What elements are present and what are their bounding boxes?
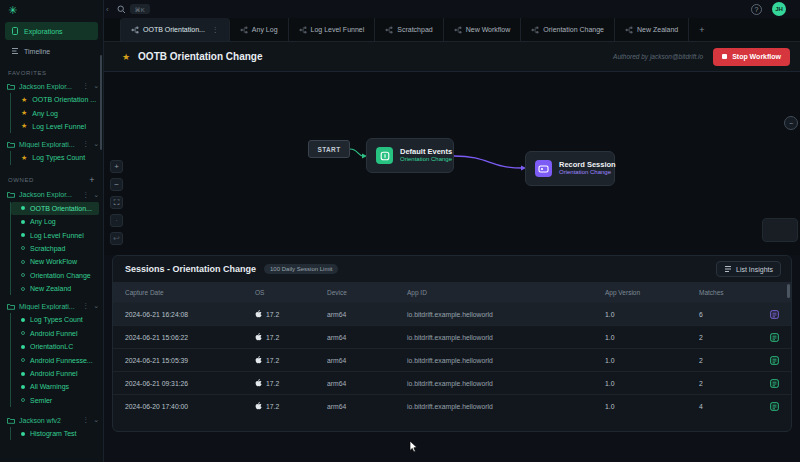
session-logs-icon[interactable] [770,310,779,319]
status-dot-icon [21,385,25,389]
undo-button[interactable]: ↩ [110,232,123,245]
fit-view-button[interactable]: ⛶ [110,196,123,209]
tab-log-level-funnel[interactable]: Log Level Funnel [289,18,376,41]
lock-button[interactable]: · [110,214,123,227]
chevron-down-icon[interactable]: ⌄ [93,416,99,424]
workflow-item[interactable]: Scratchpad [11,242,103,255]
canvas-minimap[interactable] [762,218,798,242]
col-os: OS [255,289,327,296]
session-logs-icon[interactable] [770,333,779,342]
tab-new-workflow[interactable]: New Workflow [444,18,522,41]
node-text: Record Session Orientation Change [559,160,616,178]
workflow-item[interactable]: Log Types Count [11,313,103,326]
workflow-item-label: Any Log [30,218,56,225]
feedback-chat-icon[interactable]: − [784,116,798,130]
list-insights-button[interactable]: List Insights [716,261,781,277]
folder-icon [7,141,15,148]
folder-menu-icon[interactable]: ⋮ [82,140,89,148]
global-search[interactable]: ⌘K [117,4,150,14]
owned-section-label: OWNED + [8,175,95,185]
sidebar-scrollbar[interactable] [100,55,102,150]
folder-miguel-favorites[interactable]: Miguel Explorati... ⋮ ⌄ [0,137,103,151]
apple-icon [255,333,262,341]
sidebar-item-explorations[interactable]: Explorations [5,22,98,40]
collapse-sidebar-icon[interactable]: ‹ [106,5,109,14]
folder-menu-icon[interactable]: ⋮ [82,416,89,424]
folder-name: Miguel Explorati... [19,141,78,148]
fav-item[interactable]: ★Any Log [11,106,103,119]
workflow-item-label: Scratchpad [30,245,65,252]
node-record-session[interactable]: Record Session Orientation Change [525,151,615,186]
node-default-events[interactable]: Default Events Orientation Change [366,138,454,173]
zoom-out-button[interactable]: − [110,178,123,191]
star-icon[interactable]: ★ [122,52,130,62]
cell-app-id: io.bitdrift.example.helloworld [407,334,605,341]
workflow-item[interactable]: Histogram Test [11,427,103,440]
workflow-item[interactable]: New Zealand [11,282,103,295]
tab-any-log[interactable]: Any Log [230,18,289,41]
session-logs-icon[interactable] [770,402,779,411]
folder-name: Jackson Explor... [19,191,78,198]
tab-new-zealand[interactable]: New Zealand [615,18,689,41]
stop-workflow-button[interactable]: Stop Workflow [713,48,790,66]
session-logs-icon[interactable] [770,356,779,365]
chevron-down-icon[interactable]: ⌄ [93,82,99,90]
workflow-item[interactable]: New WorkFlow [11,255,103,268]
folder-jackson-owned[interactable]: Jackson Explor... ⋮ ⌄ [0,188,103,202]
zoom-in-button[interactable]: + [110,160,123,173]
help-icon[interactable]: ? [751,4,762,15]
folder-menu-icon[interactable]: ⋮ [82,191,89,199]
table-row[interactable]: 2024-06-21 15:05:39 17.2 arm64 io.bitdri… [113,348,791,371]
workflow-item[interactable]: Semler [11,394,103,407]
avatar[interactable]: JH [772,2,786,16]
chevron-down-icon[interactable]: ⌄ [93,191,99,199]
workflow-item[interactable]: Android Funnel [11,367,103,380]
chevron-down-icon[interactable]: ⌄ [93,302,99,310]
add-tab-button[interactable]: + [689,18,714,41]
workflow-item[interactable]: Log Level Funnel [11,228,103,241]
table-scrollbar[interactable] [787,284,790,298]
folder-miguel-owned[interactable]: Miguel Explorati... ⋮ ⌄ [0,299,103,313]
bitdrift-logo-icon[interactable]: ✳ [8,5,17,16]
tab-ootb-orientation[interactable]: OOTB Orientation... ⋮ [120,18,230,41]
workflow-item[interactable]: Android Funnel [11,327,103,340]
table-row[interactable]: 2024-06-20 17:40:00 17.2 arm64 io.bitdri… [113,394,791,417]
workflow-icon [385,26,393,34]
tab-orientation-change[interactable]: Orientation Change [521,18,615,41]
folder-menu-icon[interactable]: ⋮ [82,302,89,310]
workflow-item[interactable]: Orientation Change [11,269,103,282]
table-row[interactable]: 2024-06-21 15:06:22 17.2 arm64 io.bitdri… [113,325,791,348]
sidebar-item-timeline[interactable]: Timeline [5,42,98,60]
table-row[interactable]: 2024-06-21 16:24:08 17.2 arm64 io.bitdri… [113,302,791,325]
status-dot-icon [21,331,25,335]
folder-icon [7,303,15,310]
folder-jackson-wfv2[interactable]: Jackson wfv2 ⋮ ⌄ [0,413,103,427]
folder-menu-icon[interactable]: ⋮ [82,82,89,90]
workflow-item[interactable]: Any Log [11,215,103,228]
add-folder-icon[interactable]: + [89,175,95,185]
table-row[interactable]: 2024-06-21 09:31:26 17.2 arm64 io.bitdri… [113,371,791,394]
cell-date: 2024-06-20 17:40:00 [125,403,255,410]
fav-item[interactable]: ★OOTB Orientation ... [11,93,103,106]
cell-app-id: io.bitdrift.example.helloworld [407,357,605,364]
fav-item[interactable]: ★Log Types Count [11,151,103,164]
workflow-icon [625,26,633,34]
workflow-item-label: Android Funnel [30,370,77,377]
tab-scratchpad[interactable]: Scratchpad [375,18,443,41]
col-app-id: App ID [407,289,605,296]
star-icon: ★ [21,154,27,162]
workflow-canvas[interactable]: START Default Events Orientation Change … [104,72,800,255]
tab-menu-icon[interactable]: ⋮ [212,26,219,34]
chevron-down-icon[interactable]: ⌄ [93,140,99,148]
start-node[interactable]: START [308,140,350,158]
folder-jackson-favorites[interactable]: Jackson Explor... ⋮ ⌄ [0,79,103,93]
workflow-item-selected[interactable]: OOTB Orientation... [11,202,99,215]
session-logs-icon[interactable] [770,379,779,388]
workflow-item[interactable]: All Warnings [11,380,103,393]
workflow-item-label: Android Funnesse... [30,357,93,364]
workflow-icon [131,26,139,34]
fav-item[interactable]: ★Log Level Funnel [11,120,103,133]
workflow-item[interactable]: OrientationLC [11,340,103,353]
cell-os: 17.2 [255,333,327,341]
workflow-item[interactable]: Android Funnesse... [11,353,103,366]
